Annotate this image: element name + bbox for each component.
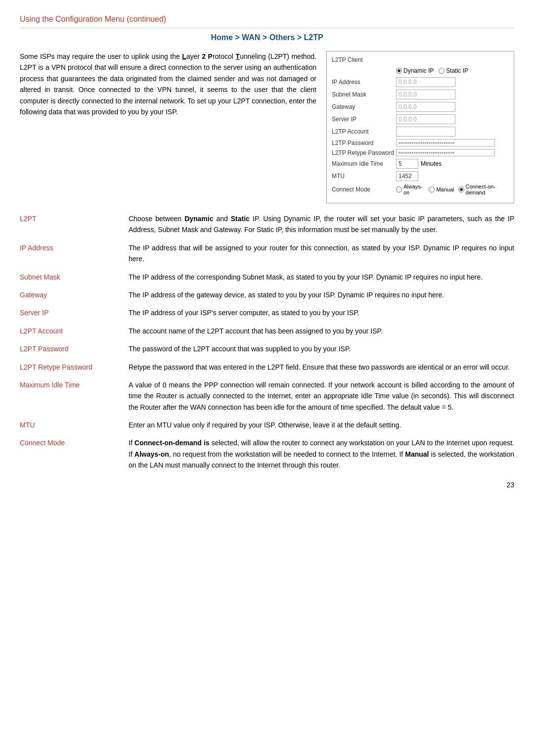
term-ip-address: IP Address [20, 242, 129, 265]
def-gateway: Gateway The IP address of the gateway de… [20, 289, 514, 300]
max-idle-time-label: Maximum Idle Time [332, 160, 396, 167]
gateway-row: Gateway [332, 102, 509, 112]
l2tp-account-row: L2TP Account [332, 127, 509, 137]
max-idle-time-row: Maximum Idle Time Minutes [332, 159, 509, 169]
term-l2pt: L2PT [20, 213, 129, 236]
l2tp-account-label: L2TP Account [332, 128, 396, 135]
subnet-mask-label: Subnet Mask [332, 91, 396, 98]
l2tp-form-panel: L2TP Client Dynamic IP Static IP IP Addr… [326, 51, 514, 203]
static-ip-radio[interactable]: Static IP [439, 67, 468, 74]
page-header: Using the Configuration Menu (continued) [20, 15, 514, 24]
def-l2pt-retype: L2PT Retype Password Retype the password… [20, 362, 514, 373]
definition-section: L2PT Choose between Dynamic and Static I… [20, 213, 514, 471]
max-idle-time-input[interactable] [396, 159, 418, 169]
manual-radio[interactable]: Manual [429, 187, 454, 192]
def-max-idle-time: Maximum Idle Time A value of 0 means the… [20, 379, 514, 413]
page-number: 23 [20, 481, 514, 489]
desc-l2pt-password: The password of the L2PT account that wa… [129, 343, 514, 354]
term-subnet-mask: Subnet Mask [20, 272, 129, 283]
mtu-label: MTU [332, 173, 396, 180]
ip-address-row: IP Address [332, 77, 509, 87]
l2tp-retype-password-label: L2TP Retype Password [332, 149, 396, 156]
l2tp-retype-password-input[interactable]: •••••••••••••••••••••••••••••• [396, 149, 495, 156]
l2tp-password-label: L2TP Password [332, 140, 396, 146]
desc-max-idle-time: A value of 0 means the PPP connection wi… [129, 379, 514, 413]
l2tp-password-row: L2TP Password ••••••••••••••••••••••••••… [332, 139, 509, 146]
def-l2pt-password: L2PT Password The password of the L2PT a… [20, 343, 514, 354]
subnet-mask-input[interactable] [396, 90, 455, 99]
ip-address-input[interactable] [396, 77, 455, 87]
def-subnet-mask: Subnet Mask The IP address of the corres… [20, 272, 514, 283]
desc-ip-address: The IP address that will be assigned to … [129, 242, 514, 265]
term-connect-mode: Connect Mode [20, 437, 129, 471]
def-l2pt: L2PT Choose between Dynamic and Static I… [20, 213, 514, 236]
desc-l2pt-account: The account name of the L2PT account tha… [129, 326, 514, 336]
term-mtu: MTU [20, 420, 129, 430]
server-ip-label: Server IP [332, 116, 396, 123]
desc-l2pt-retype: Retype the password that was entered in … [129, 362, 514, 373]
minutes-label: Minutes [421, 160, 442, 167]
intro-text: Some ISPs may require the user to uplink… [20, 51, 316, 203]
term-max-idle-time: Maximum Idle Time [20, 379, 129, 413]
subnet-mask-row: Subnet Mask [332, 90, 509, 99]
gateway-input[interactable] [396, 102, 455, 112]
def-connect-mode: Connect Mode If Connect-on-demand is sel… [20, 437, 514, 471]
l2tp-password-input[interactable]: •••••••••••••••••••••••••••••• [396, 139, 495, 146]
def-server-ip: Server IP The IP address of your ISP's s… [20, 307, 514, 318]
always-on-radio[interactable]: Always-on [396, 184, 425, 195]
dynamic-ip-radio[interactable]: Dynamic IP [396, 67, 434, 74]
gateway-label: Gateway [332, 103, 396, 110]
def-ip-address: IP Address The IP address that will be a… [20, 242, 514, 265]
form-panel-title: L2TP Client [332, 56, 509, 63]
term-server-ip: Server IP [20, 307, 129, 318]
mtu-input[interactable] [396, 171, 418, 181]
l2tp-retype-password-row: L2TP Retype Password •••••••••••••••••••… [332, 149, 509, 156]
connect-on-demand-radio[interactable]: Connect-on-demand [458, 184, 509, 195]
nav-title: Home > WAN > Others > L2TP [20, 33, 514, 42]
desc-mtu: Enter an MTU value only if required by y… [129, 420, 514, 430]
server-ip-input[interactable] [396, 114, 455, 124]
term-l2pt-account: L2PT Account [20, 326, 129, 336]
desc-gateway: The IP address of the gateway device, as… [129, 289, 514, 300]
server-ip-row: Server IP [332, 114, 509, 124]
def-mtu: MTU Enter an MTU value only if required … [20, 420, 514, 430]
def-l2pt-account: L2PT Account The account name of the L2P… [20, 326, 514, 336]
desc-subnet-mask: The IP address of the corresponding Subn… [129, 272, 514, 283]
ip-address-label: IP Address [332, 79, 396, 86]
term-l2pt-retype: L2PT Retype Password [20, 362, 129, 373]
connect-mode-label: Connect Mode [332, 186, 396, 193]
term-l2pt-password: L2PT Password [20, 343, 129, 354]
l2tp-account-input[interactable] [396, 127, 455, 137]
desc-l2pt: Choose between Dynamic and Static IP. Us… [129, 213, 514, 236]
mtu-row: MTU [332, 171, 509, 181]
connect-mode-row: Connect Mode Always-on Manual Connect-on… [332, 184, 509, 195]
desc-server-ip: The IP address of your ISP's server comp… [129, 307, 514, 318]
term-gateway: Gateway [20, 289, 129, 300]
desc-connect-mode: If Connect-on-demand is selected, will a… [129, 437, 514, 471]
